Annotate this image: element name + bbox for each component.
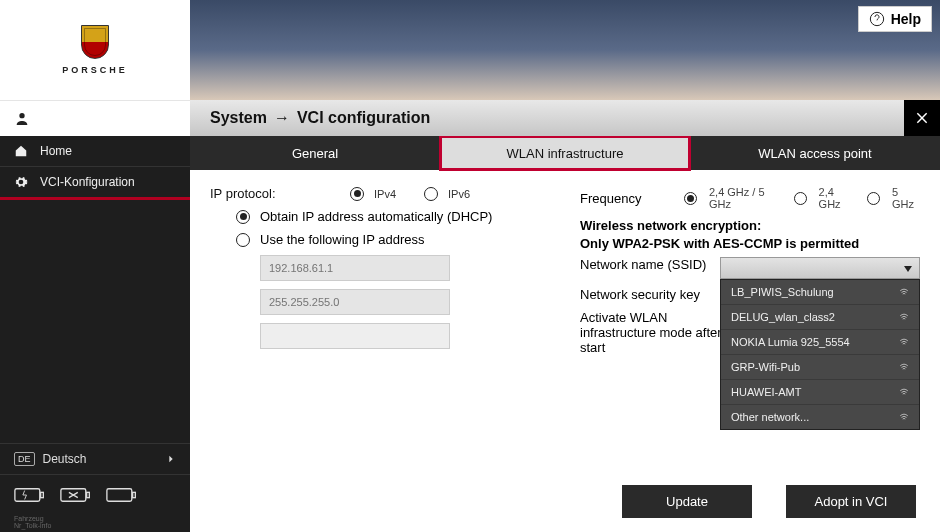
- ssid-dropdown: LB_PIWIS_SchulungDELUG_wlan_class2NOKIA …: [720, 279, 920, 430]
- enc-h2: Only WPA2-PSK with AES-CCMP is permitted: [580, 236, 920, 251]
- svg-rect-5: [107, 488, 132, 500]
- tab-wlan-infra[interactable]: WLAN infrastructure: [440, 136, 690, 170]
- breadcrumb-b: VCI configuration: [297, 109, 430, 127]
- close-button[interactable]: [904, 100, 940, 136]
- lang-code: DE: [14, 452, 35, 466]
- status-icons-row: [0, 475, 190, 515]
- footer-buttons: Update Adopt in VCI: [622, 485, 916, 518]
- ssid-option[interactable]: NOKIA Lumia 925_5554: [721, 330, 919, 355]
- user-icon: [14, 111, 30, 127]
- lang-label: Deutsch: [43, 452, 87, 466]
- nav-home[interactable]: Home: [0, 136, 190, 167]
- arrow-icon: →: [274, 109, 290, 127]
- wifi-icon: [899, 312, 909, 322]
- svg-rect-4: [87, 492, 90, 497]
- ipv4-label: IPv4: [374, 188, 396, 200]
- battery-charging-icon: [14, 485, 46, 505]
- ssid-option[interactable]: HUAWEI-AMT: [721, 380, 919, 405]
- battery-ok-icon: [106, 485, 138, 505]
- enc-h1: Wireless network encryption:: [580, 218, 920, 233]
- wifi-icon: [899, 362, 909, 372]
- adopt-button[interactable]: Adopt in VCI: [786, 485, 916, 518]
- close-icon: [915, 111, 929, 125]
- wifi-icon: [899, 412, 909, 422]
- ip-proto-row: IP protocol: IPv4 IPv6: [210, 186, 550, 201]
- lang-left: DE Deutsch: [14, 452, 87, 466]
- col-left: IP protocol: IPv4 IPv6 Obtain IP address…: [210, 186, 550, 522]
- svg-rect-1: [15, 488, 40, 500]
- main-area: Help System → VCI configuration General …: [190, 0, 940, 532]
- ssid-option[interactable]: GRP-Wifi-Pub: [721, 355, 919, 380]
- static-label: Use the following IP address: [260, 232, 425, 247]
- static-row: Use the following IP address: [236, 232, 550, 247]
- col-right: Frequency 2,4 GHz / 5 GHz 2,4 GHz 5 GHz …: [580, 186, 920, 522]
- freq-opts: 2,4 GHz / 5 GHz 2,4 GHz 5 GHz: [684, 186, 920, 210]
- home-icon: [14, 144, 28, 158]
- ip-fields: [260, 255, 550, 349]
- breadcrumb-a: System: [210, 109, 267, 127]
- gateway-field[interactable]: [260, 323, 450, 349]
- logo-area: PORSCHE: [0, 0, 190, 100]
- freq-24-label: 2,4 GHz: [819, 186, 855, 210]
- ip-address-field[interactable]: [260, 255, 450, 281]
- user-row[interactable]: [0, 100, 190, 136]
- wifi-icon: [899, 387, 909, 397]
- radio-static[interactable]: [236, 233, 250, 247]
- nav: Home VCI-Konfiguration: [0, 136, 190, 200]
- radio-freq-24[interactable]: [794, 192, 807, 205]
- ssid-option[interactable]: LB_PIWIS_Schulung: [721, 280, 919, 305]
- activate-label: Activate WLAN infrastructure mode after …: [580, 310, 740, 355]
- help-button[interactable]: Help: [858, 6, 932, 32]
- ssid-select[interactable]: [720, 257, 920, 279]
- nav-vci-label: VCI-Konfiguration: [40, 175, 135, 189]
- sidebar: PORSCHE Home VCI-Konfiguration DE Deutsc…: [0, 0, 190, 532]
- sidebar-spacer: [0, 200, 190, 443]
- ssid-option[interactable]: Other network...: [721, 405, 919, 429]
- svg-rect-2: [41, 492, 44, 497]
- content: IP protocol: IPv4 IPv6 Obtain IP address…: [190, 170, 940, 532]
- radio-dhcp[interactable]: [236, 210, 250, 224]
- gear-icon: [14, 175, 28, 189]
- nav-vci[interactable]: VCI-Konfiguration: [0, 167, 190, 200]
- banner: Help: [190, 0, 940, 100]
- subnet-mask-field[interactable]: [260, 289, 450, 315]
- ssid-option[interactable]: DELUG_wlan_class2: [721, 305, 919, 330]
- radio-ipv4[interactable]: [350, 187, 364, 201]
- radio-ipv6[interactable]: [424, 187, 438, 201]
- chevron-right-icon: [166, 454, 176, 464]
- wifi-icon: [899, 337, 909, 347]
- dhcp-row: Obtain IP address automatically (DHCP): [236, 209, 550, 224]
- help-icon: [869, 11, 885, 27]
- battery-error-icon: [60, 485, 92, 505]
- nav-home-label: Home: [40, 144, 72, 158]
- tabs: General WLAN infrastructure WLAN access …: [190, 136, 940, 170]
- app-root: PORSCHE Home VCI-Konfiguration DE Deutsc…: [0, 0, 940, 532]
- help-label: Help: [891, 11, 921, 27]
- ssid-row: Network name (SSID) LB_PIWIS_SchulungDEL…: [580, 257, 920, 279]
- freq-row: Frequency 2,4 GHz / 5 GHz 2,4 GHz 5 GHz: [580, 186, 920, 210]
- porsche-crest-icon: [81, 25, 109, 59]
- footer-tiny: FahrzeugNr_Tolk-info: [0, 515, 190, 532]
- tab-wlan-ap[interactable]: WLAN access point: [690, 136, 940, 170]
- ip-proto-label: IP protocol:: [210, 186, 340, 201]
- wifi-icon: [899, 287, 909, 297]
- freq-both-label: 2,4 GHz / 5 GHz: [709, 186, 782, 210]
- brand-text: PORSCHE: [62, 65, 128, 75]
- ssid-label: Network name (SSID): [580, 257, 708, 272]
- svg-point-0: [19, 113, 24, 118]
- dhcp-label: Obtain IP address automatically (DHCP): [260, 209, 492, 224]
- freq-label: Frequency: [580, 191, 674, 206]
- language-selector[interactable]: DE Deutsch: [0, 443, 190, 475]
- update-button[interactable]: Update: [622, 485, 752, 518]
- breadcrumb: System → VCI configuration: [190, 100, 940, 136]
- freq-5-label: 5 GHz: [892, 186, 920, 210]
- svg-rect-6: [133, 492, 136, 497]
- radio-freq-5[interactable]: [867, 192, 880, 205]
- radio-freq-both[interactable]: [684, 192, 697, 205]
- tab-general[interactable]: General: [190, 136, 440, 170]
- ipv6-label: IPv6: [448, 188, 470, 200]
